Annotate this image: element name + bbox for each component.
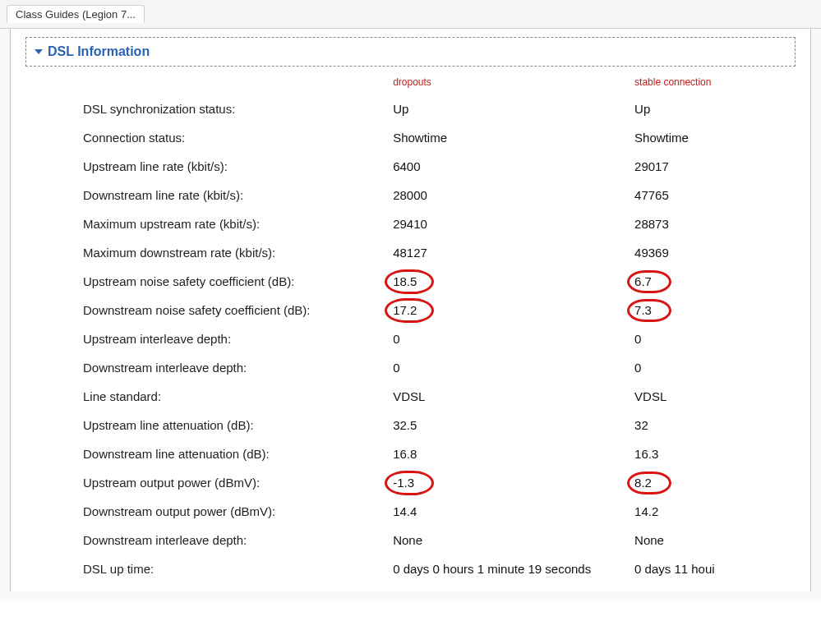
col-header-stable: stable connection [634,76,796,88]
stat-value-dropouts: 29410 [393,217,634,231]
stat-row: Upstream line rate (kbit/s):640029017 [25,152,796,181]
stat-row: Line standard:VDSLVDSL [25,382,796,411]
stat-label: Upstream line attenuation (dB): [83,418,393,432]
dsl-stats-table: DSL synchronization status:UpUpConnectio… [25,94,796,583]
stat-row: Upstream noise safety coefficient (dB):1… [25,267,796,296]
stat-row: DSL synchronization status:UpUp [25,94,796,123]
stat-value-dropouts: 48127 [393,246,634,260]
section-header[interactable]: DSL Information [25,37,796,67]
stat-label: Downstream line attenuation (dB): [83,447,393,461]
stat-value-dropouts: VDSL [393,389,634,403]
stat-value-dropouts: 28000 [393,188,634,202]
stat-value-stable: 47765 [634,188,796,202]
col-header-dropouts: dropouts [393,76,634,88]
stat-value-dropouts: 0 days 0 hours 1 minute 19 seconds [393,562,634,576]
stat-label: Connection status: [83,131,393,145]
stat-row: Maximum downstream rate (kbit/s):4812749… [25,238,796,267]
stat-value-dropouts: Up [393,102,634,116]
stat-row: Downstream output power (dBmV):14.414.2 [25,497,796,526]
stat-row: Downstream line attenuation (dB):16.816.… [25,439,796,468]
stat-label: Upstream noise safety coefficient (dB): [83,274,393,288]
stat-row: Maximum upstream rate (kbit/s):294102887… [25,209,796,238]
stat-row: Upstream interleave depth:00 [25,324,796,353]
stat-value-stable: 0 [634,361,796,375]
stat-row: Upstream line attenuation (dB):32.532 [25,411,796,439]
stat-value-stable: 7.3 [634,303,796,317]
stat-label: DSL up time: [83,562,393,576]
column-headers: dropouts stable connection [25,76,796,88]
stat-label: Maximum downstream rate (kbit/s): [83,246,393,260]
content-area: DSL Information dropouts stable connecti… [0,29,821,601]
stat-value-dropouts: 17.2 [393,303,634,317]
stat-label: Downstream interleave depth: [83,533,393,547]
stat-value-dropouts: 18.5 [393,274,634,288]
stat-value-stable: 28873 [634,217,796,231]
stat-value-dropouts: None [393,533,634,547]
stat-row: Connection status:ShowtimeShowtime [25,123,796,152]
stat-value-stable: 8.2 [634,476,796,490]
stat-value-stable: 16.3 [634,447,796,461]
stat-label: Downstream interleave depth: [83,361,393,375]
stat-value-stable: 0 [634,332,796,346]
stat-label: Upstream interleave depth: [83,332,393,346]
stat-value-stable: Up [634,102,796,116]
stat-value-stable: 32 [634,418,796,432]
stat-value-stable: 49369 [634,246,796,260]
stat-value-stable: VDSL [634,389,796,403]
collapse-icon [35,49,43,54]
stat-value-dropouts: 0 [393,361,634,375]
stat-value-stable: 29017 [634,159,796,173]
section-title: DSL Information [48,44,150,59]
stat-value-dropouts: -1.3 [393,476,634,490]
stat-row: Upstream output power (dBmV):-1.38.2 [25,468,796,497]
stat-row: Downstream noise safety coefficient (dB)… [25,296,796,324]
stat-value-dropouts: 32.5 [393,418,634,432]
stat-row: Downstream interleave depth:00 [25,353,796,382]
stat-label: Downstream noise safety coefficient (dB)… [83,303,393,317]
stat-label: DSL synchronization status: [83,102,393,116]
stat-value-dropouts: 0 [393,332,634,346]
stat-row: Downstream interleave depth:NoneNone [25,526,796,554]
dsl-panel: DSL Information dropouts stable connecti… [10,29,811,591]
stat-value-dropouts: 6400 [393,159,634,173]
browser-tab-bar: Class Guides (Legion 7... [0,0,821,29]
stat-value-stable: 0 days 11 houi [634,562,796,576]
stat-value-stable: 6.7 [634,274,796,288]
stat-row: Downstream line rate (kbit/s):2800047765 [25,181,796,209]
tab-title: Class Guides (Legion 7... [16,8,136,21]
stat-value-stable: Showtime [634,131,796,145]
stat-label: Upstream output power (dBmV): [83,476,393,490]
stat-row: DSL up time:0 days 0 hours 1 minute 19 s… [25,554,796,583]
stat-label: Upstream line rate (kbit/s): [83,159,393,173]
stat-value-dropouts: 16.8 [393,447,634,461]
stat-value-stable: 14.2 [634,504,796,518]
stat-value-dropouts: Showtime [393,131,634,145]
stat-label: Line standard: [83,389,393,403]
stat-label: Downstream output power (dBmV): [83,504,393,518]
stat-value-stable: None [634,533,796,547]
stat-label: Downstream line rate (kbit/s): [83,188,393,202]
stat-label: Maximum upstream rate (kbit/s): [83,217,393,231]
browser-tab[interactable]: Class Guides (Legion 7... [7,5,145,23]
stat-value-dropouts: 14.4 [393,504,634,518]
